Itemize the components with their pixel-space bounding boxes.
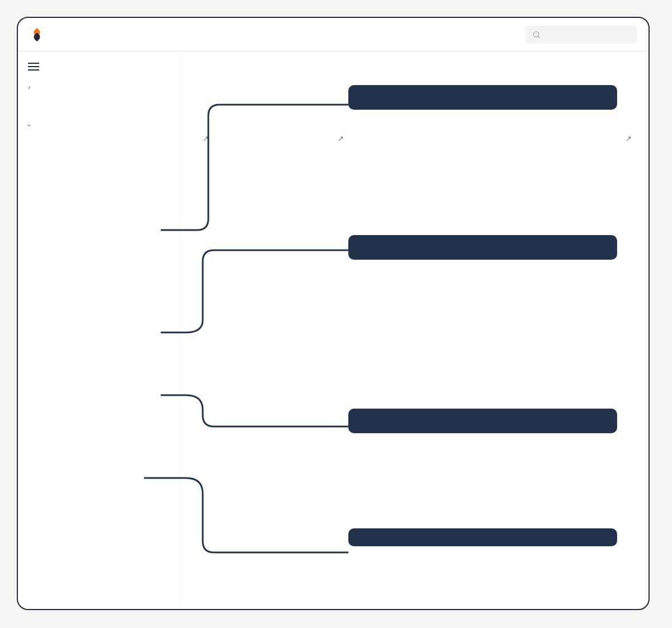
search-icon (532, 30, 541, 39)
callout-project (348, 409, 617, 433)
app-window: › › ↗ ↗ ↗ (17, 17, 650, 610)
external-arrow-icon: ↗ (203, 134, 209, 143)
section-personal[interactable]: › (28, 83, 172, 91)
svg-point-0 (534, 31, 539, 36)
external-arrow-icon: ↗ (626, 134, 632, 143)
sidebar: › › (18, 51, 180, 609)
hamburger-icon[interactable] (28, 63, 39, 71)
section-public[interactable]: › (28, 121, 172, 130)
svg-line-1 (538, 36, 540, 38)
chevron-down-icon: › (25, 124, 34, 127)
shortcut-supplier[interactable]: ↗ (332, 134, 344, 143)
shortcuts-row: ↗ ↗ ↗ (197, 134, 632, 143)
shortcut-sales-invoice[interactable]: ↗ (620, 134, 632, 143)
app-logo-icon (29, 27, 45, 43)
search-input[interactable] (525, 26, 637, 44)
shortcut-customer[interactable]: ↗ (197, 134, 209, 143)
external-arrow-icon: ↗ (338, 134, 344, 143)
callout-accounting (348, 85, 617, 110)
header (18, 18, 648, 51)
main-content: ↗ ↗ ↗ (180, 51, 648, 609)
callout-crm (348, 528, 617, 546)
chevron-right-icon: › (28, 83, 31, 91)
callout-hrm (348, 235, 617, 260)
